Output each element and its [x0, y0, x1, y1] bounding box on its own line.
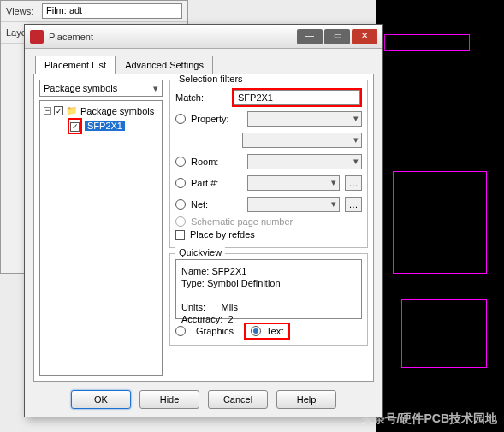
text-radio[interactable] [251, 326, 261, 336]
property-combo[interactable] [247, 111, 362, 127]
selection-filters-label: Selection filters [175, 74, 246, 84]
minimize-button[interactable]: — [297, 29, 323, 44]
part-radio[interactable] [175, 178, 186, 188]
app-icon [30, 30, 44, 44]
ok-button[interactable]: OK [71, 390, 131, 409]
net-browse-button[interactable]: … [345, 197, 362, 212]
maximize-button[interactable]: ▭ [324, 29, 350, 44]
tab-placement-list[interactable]: Placement List [35, 56, 116, 74]
tree-root-checkbox[interactable]: ✓ [54, 106, 63, 115]
placement-dialog: Placement — ▭ ✕ Placement List Advanced … [24, 24, 383, 417]
hide-button[interactable]: Hide [139, 390, 199, 409]
tab-advanced-settings[interactable]: Advanced Settings [116, 56, 213, 74]
quickview-box: Name: SFP2X1 Type: Symbol Definition Uni… [175, 259, 362, 319]
quickview-label: Quickview [175, 247, 225, 257]
text-label: Text [266, 326, 283, 336]
room-label: Room: [191, 157, 242, 167]
property-radio[interactable] [175, 114, 186, 124]
symbol-type-dropdown[interactable]: Package symbols [39, 80, 163, 97]
folder-icon: 📁 [66, 105, 78, 116]
schematic-label: Schematic page number [191, 216, 293, 227]
tree-child-label[interactable]: SFP2X1 [85, 121, 125, 131]
property-label: Property: [191, 114, 242, 124]
place-by-refdes-label: Place by refdes [190, 229, 255, 240]
symbol-tree[interactable]: − ✓ 📁 Package symbols ✓ SFP2X1 [39, 100, 163, 376]
part-combo[interactable] [247, 175, 340, 191]
tree-collapse-icon[interactable]: − [44, 107, 51, 115]
match-label: Match: [175, 92, 227, 103]
room-radio[interactable] [175, 157, 186, 167]
graphics-label: Graphics [196, 326, 234, 336]
place-by-refdes-checkbox[interactable] [175, 230, 185, 240]
views-value[interactable]: Film: adt [42, 3, 182, 19]
tree-child-checkbox[interactable]: ✓ [70, 122, 80, 132]
net-combo[interactable] [247, 197, 340, 212]
cancel-button[interactable]: Cancel [208, 390, 268, 409]
tree-root-label[interactable]: Package symbols [80, 106, 154, 116]
close-button[interactable]: ✕ [352, 29, 377, 44]
help-button[interactable]: Help [276, 390, 336, 409]
graphics-radio[interactable] [175, 326, 186, 336]
property-value-combo[interactable] [242, 133, 362, 148]
pcb-canvas[interactable] [376, 0, 504, 432]
titlebar[interactable]: Placement — ▭ ✕ [25, 25, 382, 49]
net-radio[interactable] [175, 199, 186, 210]
part-browse-button[interactable]: … [345, 175, 362, 191]
room-combo[interactable] [247, 154, 362, 169]
match-input[interactable] [234, 90, 360, 105]
net-label: Net: [191, 199, 242, 210]
part-label: Part #: [191, 178, 242, 188]
dialog-title: Placement [49, 32, 297, 42]
views-label: Views: [6, 6, 42, 16]
schematic-radio[interactable] [175, 216, 186, 227]
